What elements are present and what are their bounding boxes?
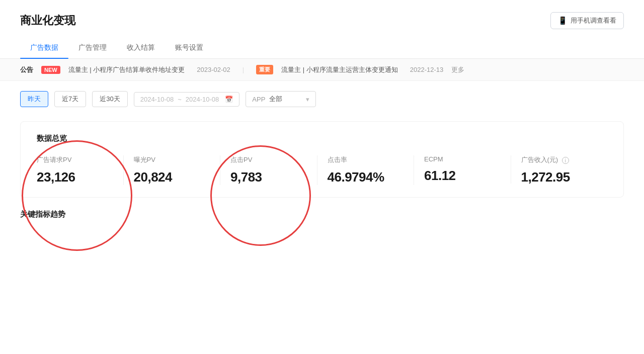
date-tilde: ~: [178, 96, 182, 103]
mobile-check-button[interactable]: 📱 用手机调查看看: [550, 12, 624, 29]
mobile-icon: 📱: [558, 16, 568, 25]
preset-30days[interactable]: 近30天: [92, 91, 127, 107]
notice-text-2: 流量主 | 小程序流量主运营主体变更通知: [281, 65, 398, 74]
mobile-check-label: 用手机调查看看: [571, 16, 616, 25]
stats-section-title: 数据总览: [37, 134, 607, 143]
tab-ad-data[interactable]: 广告数据: [20, 37, 68, 58]
notice-text-1: 流量主 | 小程序广告结算单收件地址变更: [68, 65, 185, 74]
main-content: 昨天 近7天 近30天 2024-10-08 ~ 2024-10-08 📅 AP…: [0, 81, 644, 229]
stats-section: 数据总览 广告请求PV 23,126 曝光PV 20,824 点击PV: [20, 121, 624, 198]
stat-ctr: 点击率 46.9794%: [317, 155, 415, 185]
notice-date-1: 2023-02-02: [197, 66, 230, 73]
badge-new: NEW: [41, 66, 60, 74]
dropdown-arrow-icon: ▾: [306, 96, 309, 103]
stat-value-ecpm: 61.12: [424, 168, 501, 184]
stat-value-click: 9,783: [230, 169, 307, 185]
header: 商业化变现 📱 用手机调查看看: [0, 0, 644, 37]
tab-ad-manage[interactable]: 广告管理: [68, 37, 117, 58]
filter-row: 昨天 近7天 近30天 2024-10-08 ~ 2024-10-08 📅 AP…: [20, 91, 624, 107]
notice-bar: 公告 NEW 流量主 | 小程序广告结算单收件地址变更 2023-02-02 |…: [0, 59, 644, 81]
stat-click: 点击PV 9,783: [220, 155, 317, 185]
stat-label-impression: 曝光PV: [134, 155, 210, 164]
tabs-nav: 广告数据广告管理收入结算账号设置: [0, 37, 644, 59]
date-range-picker[interactable]: 2024-10-08 ~ 2024-10-08 📅: [134, 92, 240, 107]
stat-label-ctr: 点击率: [328, 155, 404, 164]
date-from: 2024-10-08: [140, 96, 174, 103]
stat-value-impression: 20,824: [134, 169, 210, 185]
page-title: 商业化变现: [20, 13, 75, 28]
stat-label-click: 点击PV: [230, 155, 307, 164]
notice-date-2: 2022-12-13: [410, 66, 444, 73]
app-filter-label: APP: [252, 96, 265, 103]
preset-yesterday[interactable]: 昨天: [20, 91, 48, 107]
calendar-icon: 📅: [225, 96, 233, 103]
badge-important: 重要: [256, 65, 273, 74]
revenue-info-icon[interactable]: i: [562, 157, 569, 164]
stat-label-revenue: 广告收入(元) i: [521, 155, 598, 164]
stat-value-ad-request: 23,126: [37, 169, 113, 185]
app-filter-value: 全部: [269, 95, 302, 104]
stats-grid: 广告请求PV 23,126 曝光PV 20,824 点击PV 9,783 点击率: [37, 155, 607, 185]
tab-account[interactable]: 账号设置: [165, 37, 213, 58]
key-metrics-title: 关键指标趋势: [20, 210, 624, 219]
notice-label: 公告: [20, 65, 33, 74]
preset-7days[interactable]: 近7天: [54, 91, 86, 107]
stat-revenue: 广告收入(元) i 1,272.95: [511, 155, 608, 185]
stat-value-revenue: 1,272.95: [521, 169, 598, 185]
date-to: 2024-10-08: [186, 96, 219, 103]
app-filter-dropdown[interactable]: APP 全部 ▾: [246, 91, 316, 107]
stat-value-ctr: 46.9794%: [328, 169, 404, 185]
stat-label-ad-request: 广告请求PV: [37, 155, 113, 164]
stat-impression: 曝光PV 20,824: [124, 155, 221, 185]
tab-income[interactable]: 收入结算: [117, 37, 165, 58]
stat-label-ecpm: ECPM: [424, 155, 501, 163]
notice-more[interactable]: 更多: [451, 65, 464, 74]
stat-ecpm: ECPM 61.12: [414, 155, 511, 184]
stat-ad-request: 广告请求PV 23,126: [37, 155, 124, 185]
